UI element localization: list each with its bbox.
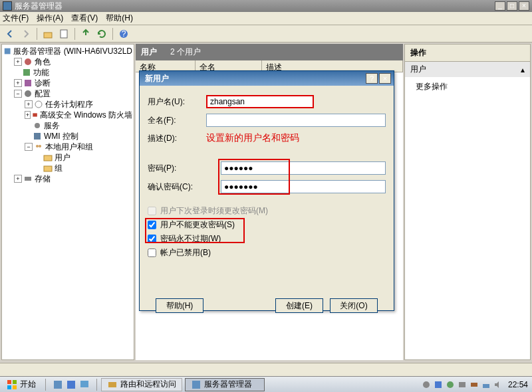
export-button[interactable] xyxy=(78,27,93,41)
expand-icon[interactable]: + xyxy=(14,58,22,66)
features-icon xyxy=(22,68,31,77)
svg-rect-6 xyxy=(23,69,30,76)
start-button[interactable]: 开始 xyxy=(0,377,43,392)
expand-icon[interactable]: + xyxy=(25,100,33,108)
tray-icon[interactable] xyxy=(469,380,479,389)
tree-storage[interactable]: + 存储 xyxy=(3,173,132,184)
network-icon[interactable] xyxy=(481,380,491,389)
menu-view[interactable]: 查看(V) xyxy=(71,13,98,24)
actions-subheader: 用户 ▴ xyxy=(405,62,530,77)
cannot-change-row[interactable]: 用户不能更改密码(S) xyxy=(148,219,386,231)
confirm-password-input[interactable] xyxy=(221,180,386,193)
must-change-checkbox xyxy=(148,207,156,215)
tray-icon[interactable] xyxy=(446,380,455,389)
refresh-button[interactable] xyxy=(94,27,109,41)
folder-icon xyxy=(43,163,53,173)
tree-users[interactable]: 用户 xyxy=(3,152,132,163)
svg-rect-25 xyxy=(108,382,116,387)
tree-groups[interactable]: 组 xyxy=(3,163,132,173)
dialog-close-button[interactable]: × xyxy=(379,73,391,84)
menubar: 文件(F) 操作(A) 查看(V) 帮助(H) xyxy=(0,12,532,25)
maximize-button[interactable]: □ xyxy=(507,1,517,11)
svg-rect-7 xyxy=(25,80,31,86)
svg-rect-17 xyxy=(25,177,31,181)
account-disabled-checkbox[interactable] xyxy=(148,248,156,257)
svg-rect-24 xyxy=(80,381,88,387)
password-label: 密码(P): xyxy=(148,163,221,174)
tree-root[interactable]: 服务器管理器 (WIN-HA6IVU32LD xyxy=(3,46,132,56)
tray-icon[interactable] xyxy=(434,380,443,389)
minimize-button[interactable]: _ xyxy=(495,1,505,11)
server-manager-icon[interactable] xyxy=(53,379,63,390)
properties-button[interactable] xyxy=(57,27,71,41)
username-input[interactable] xyxy=(206,95,314,108)
svg-rect-28 xyxy=(435,381,442,388)
task-server-manager[interactable]: 服务器管理器 xyxy=(185,378,265,391)
menu-file[interactable]: 文件(F) xyxy=(3,13,29,24)
never-expire-checkbox[interactable] xyxy=(148,235,156,243)
chevron-up-icon[interactable]: ▴ xyxy=(521,65,525,74)
annotation-text: 设置新的用户名和密码 xyxy=(206,132,386,144)
fullname-label: 全名(F): xyxy=(148,115,206,126)
svg-point-11 xyxy=(35,123,40,128)
app-icon xyxy=(3,1,12,11)
collapse-icon[interactable]: − xyxy=(14,90,22,98)
disabled-row[interactable]: 帐户已禁用(B) xyxy=(148,247,386,258)
windows-flag-icon xyxy=(7,379,17,390)
up-button[interactable] xyxy=(41,27,55,41)
svg-rect-32 xyxy=(483,384,489,388)
clock[interactable]: 22:54 xyxy=(508,380,528,389)
tree-features[interactable]: 功能 xyxy=(3,67,132,78)
password-input[interactable] xyxy=(221,161,386,175)
diagnostics-icon xyxy=(23,78,33,88)
menu-help[interactable]: 帮助(H) xyxy=(106,13,133,24)
actions-more[interactable]: 更多操作 xyxy=(405,77,530,96)
confirm-label: 确认密码(C): xyxy=(148,181,221,193)
tree-local-users[interactable]: − 本地用户和组 xyxy=(3,142,132,152)
back-button[interactable] xyxy=(3,27,17,41)
dialog-title: 新用户 xyxy=(142,73,366,84)
help-button[interactable]: ? xyxy=(116,27,131,41)
dialog-help-button[interactable]: ? xyxy=(366,73,378,84)
toolbar: ? xyxy=(0,25,532,43)
menu-action[interactable]: 操作(A) xyxy=(37,13,63,24)
server-manager-icon xyxy=(191,379,201,390)
tray-icon[interactable] xyxy=(422,380,431,389)
svg-text:?: ? xyxy=(122,29,126,39)
tree-config[interactable]: − 配置 xyxy=(3,88,132,99)
desc-label: 描述(D): xyxy=(148,133,206,144)
window-title: 服务器管理器 xyxy=(15,1,495,12)
svg-point-13 xyxy=(36,145,39,147)
task-routing[interactable]: 路由和远程访问 xyxy=(101,378,182,391)
wmi-icon xyxy=(33,132,42,141)
svg-rect-20 xyxy=(7,385,11,389)
never-expire-row[interactable]: 密码永不过期(W) xyxy=(148,233,386,245)
explorer-icon[interactable] xyxy=(66,379,76,390)
folder-icon xyxy=(43,153,53,162)
tree-roles[interactable]: + 角色 xyxy=(3,56,132,67)
tree-diagnostics[interactable]: + 诊断 xyxy=(3,78,132,88)
volume-icon[interactable] xyxy=(493,380,503,389)
svg-rect-19 xyxy=(13,380,17,384)
dialog-body: 用户名(U): 全名(F): 描述(D): 设置新的用户名和密码 密码(P): … xyxy=(140,86,394,322)
tree-firewall[interactable]: + 高级安全 Windows 防火墙 xyxy=(3,110,132,120)
collapse-icon[interactable]: − xyxy=(25,143,33,151)
tree-task-scheduler[interactable]: + 任务计划程序 xyxy=(3,99,132,110)
expand-icon[interactable]: + xyxy=(14,79,22,87)
taskbar: 开始 路由和远程访问 服务器管理器 22:54 xyxy=(0,376,532,392)
expand-icon[interactable]: + xyxy=(14,175,22,183)
tree-wmi[interactable]: WMI 控制 xyxy=(3,131,132,142)
tray-icon[interactable] xyxy=(458,380,467,389)
close-button[interactable]: × xyxy=(519,1,529,11)
expand-icon[interactable]: + xyxy=(25,111,31,119)
tree-services[interactable]: 服务 xyxy=(3,120,132,131)
close-button[interactable]: 关闭(O) xyxy=(330,298,378,313)
forward-button[interactable] xyxy=(19,27,33,41)
fullname-input[interactable] xyxy=(206,114,386,127)
window-titlebar: 服务器管理器 _ □ × xyxy=(0,0,532,12)
help-button[interactable]: 帮助(H) xyxy=(156,298,203,313)
desktop-icon[interactable] xyxy=(79,379,90,390)
svg-rect-12 xyxy=(34,133,41,140)
create-button[interactable]: 创建(E) xyxy=(275,298,323,313)
cannot-change-checkbox[interactable] xyxy=(148,221,156,229)
